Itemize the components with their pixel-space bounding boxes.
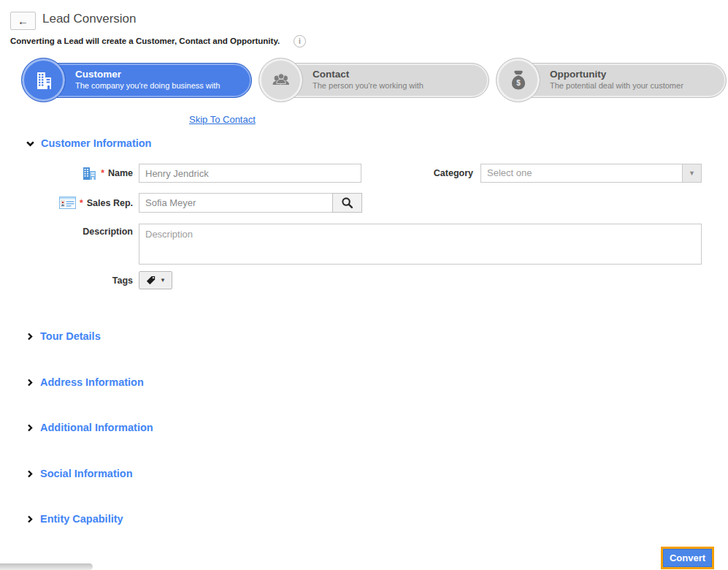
convert-button-focus-ring: Convert [661, 547, 714, 569]
name-label-text: Name [108, 168, 133, 178]
section-title: Address Information [40, 376, 144, 388]
category-select[interactable]: Select one ▼ [480, 164, 702, 183]
skip-to-contact-link[interactable]: Skip To Contact [189, 114, 256, 125]
description-label: Description [0, 227, 133, 237]
info-glyph: i [299, 37, 301, 45]
category-selected-value: Select one [481, 164, 682, 182]
convert-button[interactable]: Convert [663, 549, 712, 567]
section-title: Social Information [40, 468, 133, 479]
step-subtitle: The company you're doing business with [75, 81, 251, 90]
tags-label-text: Tags [112, 276, 133, 286]
step-title: Contact [313, 69, 488, 80]
chevron-down-icon [26, 139, 35, 148]
dropdown-arrow-button[interactable]: ▼ [682, 164, 701, 182]
back-button[interactable]: ← [10, 12, 36, 30]
info-icon[interactable]: i [294, 35, 306, 48]
name-label: * Name [0, 164, 133, 183]
building-small-icon [82, 167, 97, 180]
chevron-right-icon [26, 423, 34, 433]
contact-card-icon [59, 197, 76, 209]
sales-rep-label-text: Sales Rep. [87, 198, 133, 208]
chevron-right-icon [26, 514, 34, 524]
step-subtitle: The person you're working with [313, 81, 488, 90]
money-bag-icon: $ [496, 58, 540, 102]
section-title: Customer Information [41, 137, 151, 149]
chevron-down-icon: ▼ [689, 170, 695, 177]
description-textarea[interactable] [139, 224, 702, 265]
category-label-text: Category [434, 168, 473, 178]
tags-label: Tags [0, 271, 133, 289]
step-subtitle: The potential deal with your customer [550, 81, 726, 90]
section-title: Entity Capability [40, 513, 123, 525]
page-title: Lead Conversion [42, 12, 137, 26]
page-subtitle: Converting a Lead will create a Customer… [10, 37, 280, 45]
description-label-text: Description [83, 227, 133, 237]
chevron-right-icon [26, 469, 34, 479]
chevron-down-icon: ▼ [160, 277, 166, 284]
required-asterisk: * [80, 198, 83, 208]
step-contact[interactable]: Contact The person you're working with [259, 63, 489, 98]
section-title: Tour Details [40, 330, 101, 342]
chevron-right-icon [26, 332, 34, 341]
section-entity-capability[interactable]: Entity Capability [26, 513, 123, 525]
step-title: Opportunity [550, 69, 726, 80]
section-address-information[interactable]: Address Information [26, 376, 144, 388]
sales-rep-label: * Sales Rep. [0, 193, 133, 213]
section-social-information[interactable]: Social Information [26, 468, 133, 479]
section-tour-details[interactable]: Tour Details [26, 330, 101, 342]
step-opportunity[interactable]: $ Opportunity The potential deal with yo… [497, 63, 727, 98]
step-customer[interactable]: Customer The company you're doing busine… [22, 63, 252, 98]
people-icon [258, 58, 303, 102]
step-title: Customer [75, 69, 251, 80]
required-asterisk: * [101, 168, 104, 178]
section-customer-information[interactable]: Customer Information [26, 137, 151, 149]
category-label: Category [365, 164, 473, 183]
search-icon [341, 197, 353, 209]
conversion-steps: Customer The company you're doing busine… [22, 63, 727, 98]
sales-rep-input[interactable] [139, 193, 333, 213]
section-additional-information[interactable]: Additional Information [26, 422, 153, 433]
svg-text:$: $ [516, 79, 521, 87]
tag-icon [145, 275, 156, 286]
sales-rep-search-button[interactable] [332, 193, 362, 213]
back-arrow-icon: ← [18, 15, 28, 27]
building-icon [21, 58, 66, 102]
name-input[interactable] [139, 164, 361, 183]
tags-dropdown-button[interactable]: ▼ [139, 271, 172, 289]
horizontal-scrollbar-thumb[interactable] [0, 563, 93, 570]
section-title: Additional Information [40, 422, 153, 433]
chevron-right-icon [26, 378, 34, 387]
